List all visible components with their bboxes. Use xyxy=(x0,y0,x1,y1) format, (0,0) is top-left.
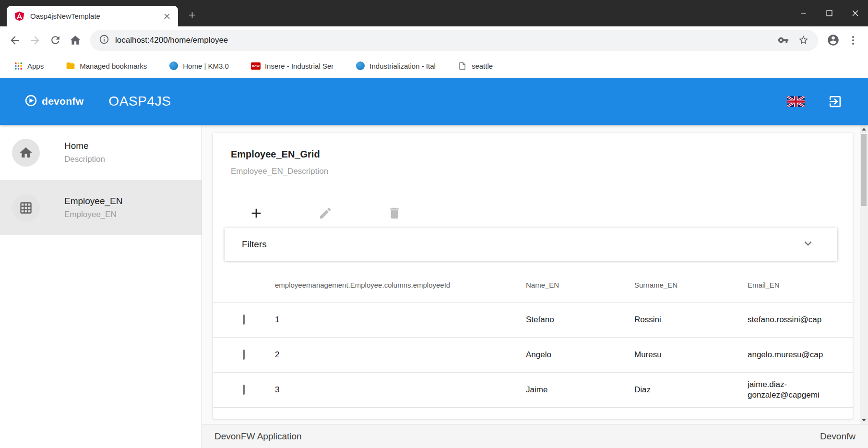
scroll-up-icon[interactable] xyxy=(860,125,868,133)
header-actions xyxy=(787,93,843,109)
brand-text: devonfw xyxy=(42,96,83,107)
cell-surname: Diaz xyxy=(634,385,748,395)
devonfw-brand: devonfw xyxy=(25,95,83,109)
card-title: Employee_EN_Grid xyxy=(231,148,853,160)
sidebar-item-label: Home xyxy=(64,141,105,151)
sidebar: Home Description Employee_EN Employee_EN xyxy=(0,125,202,448)
tab-title: Oasp4jsNewTemplate xyxy=(30,12,162,20)
cell-name: Angelo xyxy=(526,350,634,360)
bookmark-label: Insere - Industrial Ser xyxy=(265,62,333,70)
window-controls xyxy=(790,0,868,26)
uk-flag-icon[interactable] xyxy=(787,96,805,107)
bookmark-label: Home | KM3.0 xyxy=(183,62,229,70)
sidebar-item-label: Employee_EN xyxy=(64,196,122,206)
row-checkbox[interactable] xyxy=(243,350,245,360)
bookmark-industrialization[interactable]: Industrialization - Ital xyxy=(351,58,440,74)
card-header: Employee_EN_Grid Employee_EN_Description xyxy=(213,133,853,176)
grid-toolbar xyxy=(244,201,853,226)
filters-label: Filters xyxy=(242,239,801,250)
cell-email: stefano.rossini@cap xyxy=(748,315,853,325)
apps-grid-icon xyxy=(13,61,23,71)
add-button[interactable] xyxy=(244,201,269,226)
column-header-employee-id[interactable]: employeemanagement.Employee.columns.empl… xyxy=(275,281,526,289)
folder-icon xyxy=(66,61,75,71)
column-header-surname[interactable]: Surname_EN xyxy=(634,281,748,289)
new-tab-button[interactable] xyxy=(184,7,200,23)
sidebar-item-employee[interactable]: Employee_EN Employee_EN xyxy=(0,180,202,235)
bookmark-label: Industrialization - Ital xyxy=(369,62,436,70)
main-area: Employee_EN_Grid Employee_EN_Description xyxy=(202,125,868,448)
content-row: Home Description Employee_EN Employee_EN… xyxy=(0,125,868,448)
cell-email: jaime.diaz-gonzalez@capgemi xyxy=(748,379,853,400)
app-header: devonfw OASP4JS xyxy=(0,78,868,125)
footer-brand: Devonfw xyxy=(820,431,856,442)
bookmark-seattle[interactable]: seattle xyxy=(453,58,498,74)
home-icon xyxy=(12,139,40,167)
home-button[interactable] xyxy=(65,30,85,50)
app-title: OASP4JS xyxy=(108,94,171,109)
scroll-down-icon[interactable] xyxy=(860,416,868,424)
grid-icon xyxy=(12,194,40,222)
edit-button[interactable] xyxy=(313,201,338,226)
cell-employee-id: 2 xyxy=(275,350,526,360)
table-row[interactable]: 1 Stefano Rossini stefano.rossini@cap xyxy=(213,303,853,338)
column-header-email[interactable]: Email_EN xyxy=(748,281,853,289)
vertical-scrollbar[interactable] xyxy=(860,125,868,424)
table-row[interactable]: 2 Angelo Muresu angelo.muresu@cap xyxy=(213,338,853,373)
url-text[interactable]: localhost:4200/home/employee xyxy=(115,36,769,45)
reload-button[interactable] xyxy=(45,30,65,50)
bookmark-managed-bookmarks[interactable]: Managed bookmarks xyxy=(61,58,152,74)
key-icon[interactable] xyxy=(777,34,789,47)
filters-panel[interactable]: Filters xyxy=(225,228,837,261)
star-icon[interactable] xyxy=(797,34,809,47)
browser-window: Oasp4jsNewTemplate xyxy=(0,0,868,448)
sidebar-item-description: Description xyxy=(64,155,105,164)
bookmark-label: Apps xyxy=(27,62,44,70)
row-checkbox[interactable] xyxy=(243,385,245,395)
cell-employee-id: 3 xyxy=(275,385,526,395)
address-bar[interactable]: localhost:4200/home/employee xyxy=(90,30,818,51)
cell-name: Stefano xyxy=(526,315,634,325)
bookmark-label: seattle xyxy=(472,62,493,70)
employee-table: employeemanagement.Employee.columns.empl… xyxy=(213,267,853,408)
cell-name: Jaime xyxy=(526,385,634,395)
delete-button[interactable] xyxy=(382,201,407,226)
chevron-down-icon[interactable] xyxy=(801,236,815,253)
content-area: Employee_EN_Grid Employee_EN_Description xyxy=(202,125,868,424)
blue-globe-icon xyxy=(169,61,178,71)
page-icon xyxy=(458,61,467,71)
bookmark-apps[interactable]: Apps xyxy=(9,58,48,74)
cell-employee-id: 1 xyxy=(275,315,526,325)
sidebar-item-description: Employee_EN xyxy=(64,210,122,219)
window-maximize-button[interactable] xyxy=(816,0,842,26)
logout-exit-icon[interactable] xyxy=(827,93,843,109)
browser-navbar: localhost:4200/home/employee xyxy=(0,26,868,54)
cell-surname: Rossini xyxy=(634,315,748,325)
info-icon[interactable] xyxy=(99,34,109,47)
bookmarks-bar: Apps Managed bookmarks Home | KM3.0 new … xyxy=(0,54,868,78)
table-row[interactable]: 3 Jaime Diaz jaime.diaz-gonzalez@capgemi xyxy=(213,373,853,408)
footer-app-name: DevonFW Application xyxy=(214,431,302,442)
sidebar-item-home[interactable]: Home Description xyxy=(0,125,202,180)
forward-button[interactable] xyxy=(25,30,45,50)
row-checkbox[interactable] xyxy=(243,315,245,325)
tab-close-icon[interactable] xyxy=(162,11,172,22)
new-badge-icon: new xyxy=(251,61,261,71)
table-header-row: employeemanagement.Employee.columns.empl… xyxy=(213,267,853,303)
column-header-name[interactable]: Name_EN xyxy=(526,281,634,289)
profile-avatar[interactable] xyxy=(823,30,843,50)
devonfw-logo-icon xyxy=(25,95,37,109)
browser-tab[interactable]: Oasp4jsNewTemplate xyxy=(7,6,178,26)
employee-grid-card: Employee_EN_Grid Employee_EN_Description xyxy=(213,133,853,419)
browser-menu-icon[interactable] xyxy=(843,30,863,50)
window-close-button[interactable] xyxy=(842,0,868,26)
back-button[interactable] xyxy=(5,30,25,50)
scrollbar-thumb[interactable] xyxy=(861,134,867,206)
blue-globe-icon xyxy=(356,61,365,71)
bookmark-insere[interactable]: new Insere - Industrial Ser xyxy=(246,58,338,74)
bookmark-home-km3[interactable]: Home | KM3.0 xyxy=(164,58,234,74)
cell-surname: Muresu xyxy=(634,350,748,360)
app-footer: DevonFW Application Devonfw xyxy=(202,424,868,448)
window-minimize-button[interactable] xyxy=(790,0,816,26)
bookmark-label: Managed bookmarks xyxy=(80,62,147,70)
